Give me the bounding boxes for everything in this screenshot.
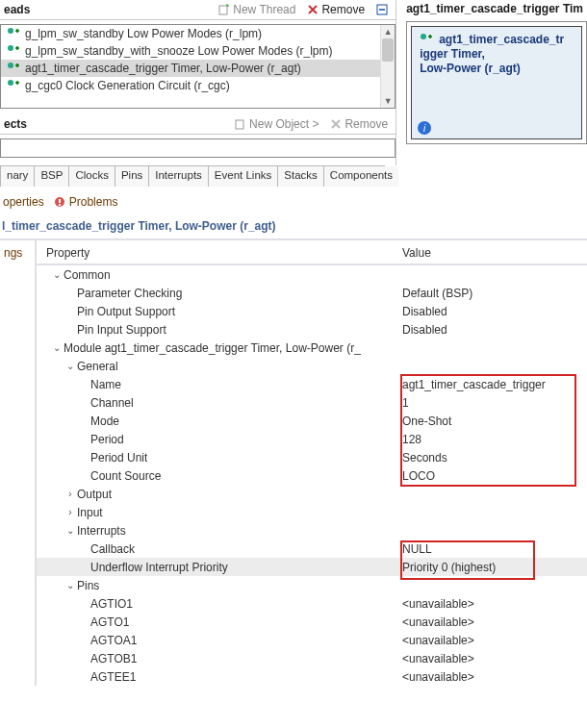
- scroll-up-icon[interactable]: ▲: [381, 25, 395, 38]
- tab-clocks[interactable]: Clocks: [69, 166, 115, 187]
- scroll-thumb[interactable]: [382, 38, 394, 62]
- chevron-down-icon[interactable]: ⌄: [50, 342, 64, 353]
- tab-properties[interactable]: operties: [0, 192, 47, 212]
- settings-side-tab[interactable]: ngs: [0, 240, 37, 686]
- stack-icon: [7, 79, 20, 92]
- threads-tree[interactable]: g_lpm_sw_standby Low Power Modes (r_lpm)…: [0, 24, 396, 109]
- svg-rect-9: [59, 199, 61, 203]
- thread-label: g_cgc0 Clock Generation Circuit (r_cgc): [25, 79, 230, 92]
- tab-components[interactable]: Components: [324, 166, 398, 187]
- stack-line: Low-Power (r_agt): [420, 62, 521, 75]
- val-underflow-priority[interactable]: Priority 0 (highest): [402, 561, 587, 574]
- group-module[interactable]: Module agt1_timer_cascade_trigger Timer,…: [64, 341, 361, 355]
- chevron-down-icon[interactable]: ⌄: [64, 580, 77, 590]
- prop-mode[interactable]: Mode: [90, 414, 119, 428]
- chevron-down-icon[interactable]: ⌄: [64, 361, 77, 371]
- group-general[interactable]: General: [77, 360, 118, 373]
- val-pin[interactable]: <unavailable>: [402, 670, 587, 684]
- collapse-icon: [376, 4, 388, 15]
- prop-pin[interactable]: AGTOB1: [90, 652, 137, 665]
- thread-item[interactable]: g_lpm_sw_standby_with_snooze Low Power M…: [1, 42, 395, 60]
- info-icon[interactable]: i: [418, 121, 431, 135]
- thread-item[interactable]: g_cgc0 Clock Generation Circuit (r_cgc): [1, 77, 395, 94]
- prop-pin[interactable]: AGTO1: [90, 615, 129, 629]
- val-callback[interactable]: NULL: [402, 542, 587, 556]
- prop-parameter-checking[interactable]: Parameter Checking: [77, 287, 182, 300]
- tab-interrupts[interactable]: Interrupts: [149, 166, 209, 187]
- prop-channel[interactable]: Channel: [90, 396, 134, 410]
- chevron-down-icon[interactable]: ⌄: [50, 269, 64, 280]
- prop-period-unit[interactable]: Period Unit: [90, 451, 147, 464]
- prop-name[interactable]: Name: [90, 378, 121, 391]
- tab-problems[interactable]: Problems: [51, 192, 121, 212]
- tab-eventlinks[interactable]: Event Links: [209, 166, 278, 187]
- prop-pin-output[interactable]: Pin Output Support: [77, 305, 175, 318]
- stack-icon: [7, 27, 20, 40]
- thread-item-selected[interactable]: agt1_timer_cascade_trigger Timer, Low-Po…: [1, 60, 395, 77]
- col-header-property: Property: [37, 246, 402, 260]
- val-count-source[interactable]: LOCO: [402, 469, 587, 483]
- svg-point-3: [8, 45, 13, 51]
- collapse-all-button[interactable]: [372, 3, 392, 16]
- threads-scrollbar[interactable]: ▲ ▼: [380, 25, 395, 108]
- threads-title: eads: [4, 3, 30, 16]
- val-pin-input[interactable]: Disabled: [402, 323, 587, 337]
- new-thread-icon: [218, 4, 230, 15]
- tab-summary[interactable]: nary: [1, 166, 35, 187]
- group-interrupts[interactable]: Interrupts: [77, 524, 126, 538]
- prop-underflow-priority[interactable]: Underflow Interrupt Priority: [90, 561, 228, 574]
- val-mode[interactable]: One-Shot: [402, 414, 587, 428]
- svg-rect-0: [219, 6, 227, 14]
- svg-point-5: [8, 80, 13, 86]
- prop-pin[interactable]: AGTEE1: [90, 670, 136, 684]
- prop-pin[interactable]: AGTOA1: [90, 634, 137, 647]
- stack-line: igger Timer,: [420, 47, 485, 61]
- group-pins[interactable]: Pins: [77, 579, 99, 592]
- group-common[interactable]: Common: [64, 268, 111, 282]
- new-object-label: New Object >: [249, 117, 319, 131]
- tab-pins[interactable]: Pins: [115, 166, 149, 187]
- svg-point-4: [8, 63, 13, 68]
- prop-pin[interactable]: AGTIO1: [90, 597, 133, 611]
- new-object-button[interactable]: New Object >: [231, 116, 322, 132]
- chevron-right-icon[interactable]: ›: [64, 507, 77, 517]
- new-object-icon: [235, 118, 246, 130]
- val-name[interactable]: agt1_timer_cascade_trigger: [402, 378, 587, 391]
- property-sheet[interactable]: ⌄Common Parameter CheckingDefault (BSP) …: [37, 265, 587, 686]
- tab-bsp[interactable]: BSP: [35, 166, 69, 187]
- val-pin-output[interactable]: Disabled: [402, 305, 587, 318]
- stack-module-box[interactable]: agt1_timer_cascade_tr igger Timer, Low-P…: [411, 26, 582, 139]
- val-pin[interactable]: <unavailable>: [402, 634, 587, 647]
- properties-label: operties: [3, 195, 44, 209]
- remove-icon: [307, 4, 319, 15]
- prop-count-source[interactable]: Count Source: [90, 469, 161, 483]
- chevron-right-icon[interactable]: ›: [64, 489, 77, 499]
- prop-period[interactable]: Period: [90, 433, 124, 446]
- thread-label: g_lpm_sw_standby Low Power Modes (r_lpm): [25, 27, 262, 40]
- val-pin[interactable]: <unavailable>: [402, 597, 587, 611]
- chevron-down-icon[interactable]: ⌄: [64, 525, 77, 536]
- remove-object-button[interactable]: Remove: [326, 116, 392, 132]
- val-pin[interactable]: <unavailable>: [402, 652, 587, 665]
- val-parameter-checking[interactable]: Default (BSP): [402, 287, 587, 300]
- new-thread-label: New Thread: [233, 3, 295, 16]
- property-header: Property Value: [37, 240, 587, 265]
- group-output[interactable]: Output: [77, 488, 112, 501]
- val-pin[interactable]: <unavailable>: [402, 615, 587, 629]
- remove-thread-button[interactable]: Remove: [303, 2, 369, 17]
- module-icon: [420, 33, 433, 46]
- group-input[interactable]: Input: [77, 506, 103, 519]
- tab-stacks[interactable]: Stacks: [278, 166, 324, 187]
- prop-pin-input[interactable]: Pin Input Support: [77, 323, 166, 337]
- val-channel[interactable]: 1: [402, 396, 587, 410]
- prop-callback[interactable]: Callback: [90, 542, 135, 556]
- stack-icon: [7, 62, 20, 75]
- val-period[interactable]: 128: [402, 433, 587, 446]
- new-thread-button[interactable]: New Thread: [215, 2, 299, 17]
- val-period-unit[interactable]: Seconds: [402, 451, 587, 464]
- scroll-down-icon[interactable]: ▼: [381, 94, 395, 108]
- objects-list[interactable]: [0, 138, 396, 158]
- stack-icon: [7, 44, 20, 58]
- remove-object-icon: [330, 118, 342, 130]
- thread-item[interactable]: g_lpm_sw_standby Low Power Modes (r_lpm): [1, 25, 395, 42]
